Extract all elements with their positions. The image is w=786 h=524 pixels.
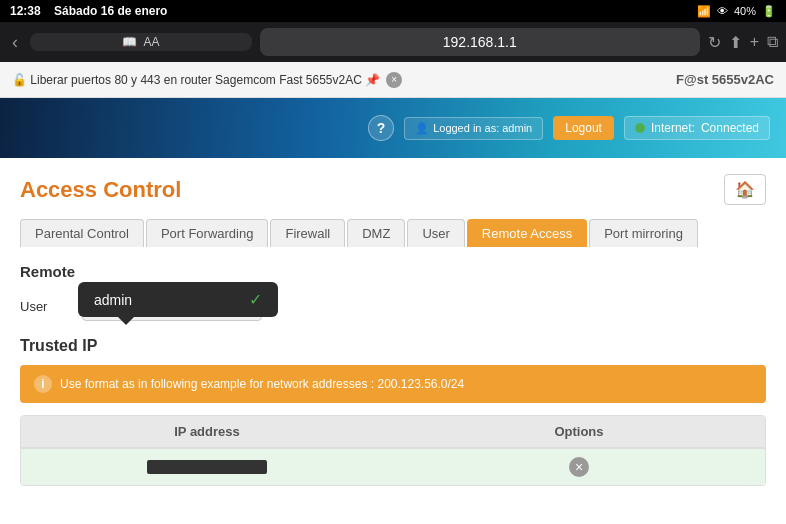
tab-dmz[interactable]: DMZ [347, 219, 405, 247]
trusted-ip-title: Trusted IP [20, 337, 766, 355]
tabs-button[interactable]: ⧉ [767, 33, 778, 52]
check-icon: ✓ [249, 290, 262, 309]
redacted-ip [147, 460, 267, 474]
router-header: ? 👤 Logged in as: admin Logout Internet:… [0, 98, 786, 158]
date: Sábado 16 de enero [54, 4, 167, 18]
notification-right-text: F@st 5655v2AC [676, 72, 774, 87]
status-bar: 12:38 Sábado 16 de enero 📶 👁 40% 🔋 [0, 0, 786, 22]
battery-level: 40% [734, 5, 756, 17]
tab-parental-control[interactable]: Parental Control [20, 219, 144, 247]
logout-button[interactable]: Logout [553, 116, 614, 140]
address-aa: AA [143, 35, 159, 49]
wifi-icon: 📶 [697, 5, 711, 18]
dropdown-popup[interactable]: admin ✓ [78, 282, 278, 317]
logged-in-text: Logged in as: admin [433, 122, 532, 134]
logged-in-badge: 👤 Logged in as: admin [404, 117, 543, 140]
info-bar: i Use format as in following example for… [20, 365, 766, 403]
ip-table-header: IP address Options [21, 416, 765, 448]
browser-bar: ‹ 📖 AA 192.168.1.1 ↻ ⬆ + ⧉ [0, 22, 786, 62]
reload-button[interactable]: ↻ [708, 33, 721, 52]
home-button[interactable]: 🏠 [724, 174, 766, 205]
tab-port-mirroring[interactable]: Port mirroring [589, 219, 698, 247]
notification-bar: 🔓 Liberar puertos 80 y 443 en router Sag… [0, 62, 786, 98]
new-tab-button[interactable]: + [750, 33, 759, 52]
time: 12:38 [10, 4, 41, 18]
reader-icon: 📖 [122, 35, 137, 49]
notification-message: 🔓 Liberar puertos 80 y 443 en router Sag… [12, 73, 380, 87]
browser-action-buttons: ↻ ⬆ + ⧉ [708, 33, 778, 52]
browser-navigation: ‹ [8, 32, 22, 53]
help-button[interactable]: ? [368, 115, 394, 141]
tab-remote-access[interactable]: Remote Access [467, 219, 587, 247]
ip-address-cell [21, 449, 393, 485]
status-dot [635, 123, 645, 133]
table-row: × [21, 448, 765, 485]
page-header: Access Control 🏠 [20, 174, 766, 205]
trusted-ip-section: Trusted IP i Use format as in following … [20, 337, 766, 486]
user-icon: 👤 [415, 122, 429, 135]
user-label: User [20, 299, 70, 314]
info-message: Use format as in following example for n… [60, 377, 464, 391]
internet-status: Connected [701, 121, 759, 135]
share-button[interactable]: ⬆ [729, 33, 742, 52]
browser-tabs[interactable]: 📖 AA [30, 33, 252, 51]
options-cell: × [393, 449, 765, 485]
ip-address-header: IP address [21, 416, 393, 447]
tab-firewall[interactable]: Firewall [270, 219, 345, 247]
tab-port-forwarding[interactable]: Port Forwarding [146, 219, 268, 247]
back-button[interactable]: ‹ [8, 32, 22, 53]
remove-row-button[interactable]: × [569, 457, 589, 477]
options-header: Options [393, 416, 765, 447]
page-title: Access Control [20, 177, 181, 203]
tab-user[interactable]: User [407, 219, 464, 247]
remote-section-title: Remote [20, 263, 766, 280]
info-icon: i [34, 375, 52, 393]
notification-close-button[interactable]: × [386, 72, 402, 88]
url-bar[interactable]: 192.168.1.1 [260, 28, 700, 56]
internet-label: Internet: [651, 121, 695, 135]
user-form-row: User admin ✓ admin [20, 292, 766, 321]
url-text: 192.168.1.1 [443, 34, 517, 50]
dropdown-option-admin: admin [94, 292, 132, 308]
remote-section: Remote User admin ✓ admin [20, 263, 766, 321]
main-content: Access Control 🏠 Parental Control Port F… [0, 158, 786, 524]
internet-status-badge: Internet: Connected [624, 116, 770, 140]
tabs-bar: Parental Control Port Forwarding Firewal… [20, 219, 766, 247]
eye-icon: 👁 [717, 5, 728, 17]
battery-icon: 🔋 [762, 5, 776, 18]
ip-table: IP address Options × [20, 415, 766, 486]
